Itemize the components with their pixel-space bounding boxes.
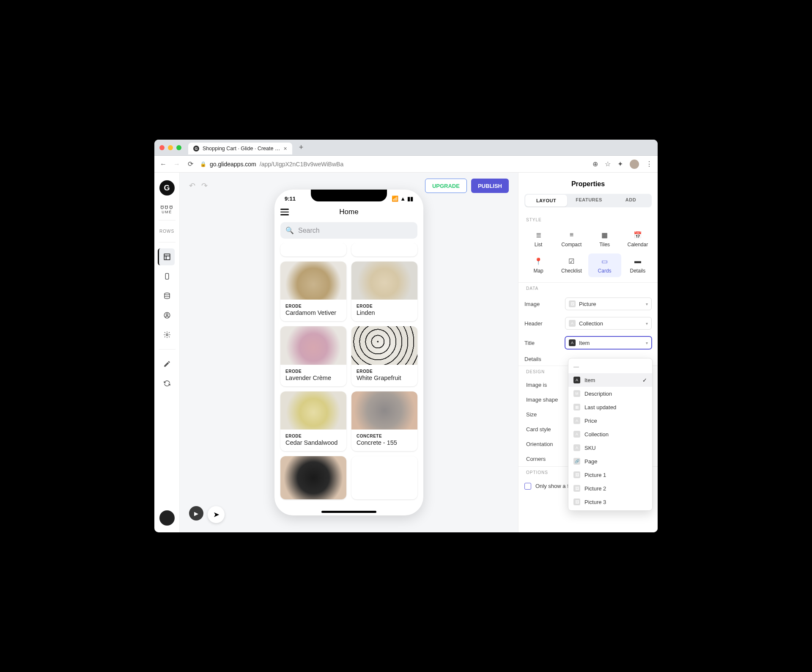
undo-icon[interactable]: ↶ [189,181,195,190]
svg-rect-1 [165,273,169,279]
upgrade-button[interactable]: UPGRADE [425,179,467,193]
card-image [280,326,346,364]
style-compact[interactable]: ≡Compact [555,227,588,251]
maximize-window[interactable] [176,145,181,150]
dropdown-item[interactable]: 🖼Picture 1 [568,468,652,482]
select-title[interactable]: A Item ▾ [565,336,652,349]
project-selector[interactable]: ʊʊʊ UMÉ [161,204,173,214]
dropdown-item[interactable]: 🖼Picture 3 [568,495,652,509]
dropdown-item[interactable]: 🖼Picture 2 [568,482,652,495]
svg-point-5 [166,334,168,336]
dropdown-item[interactable]: MDescription [568,387,652,400]
close-tab-icon[interactable]: × [283,145,287,152]
tab-layout[interactable]: LAYOUT [525,195,567,207]
label-title: Title [524,340,561,346]
back-icon[interactable]: ← [159,160,167,168]
browser-tab[interactable]: G Shopping Cart · Glide · Create … × [188,143,292,154]
forward-icon[interactable]: → [173,160,181,168]
svg-rect-0 [164,254,170,260]
style-details[interactable]: ▬Details [621,253,654,277]
rail-tab-device[interactable] [159,268,176,285]
checkbox[interactable] [524,483,531,490]
card-image [280,391,346,430]
rail-tab-data[interactable] [159,287,176,304]
rail-tab-edit[interactable] [159,355,176,372]
glide-logo[interactable]: G [159,180,175,196]
card-image [351,391,417,430]
rail-tab-users[interactable] [159,307,176,324]
profile-avatar[interactable] [630,160,639,169]
rail-tab-layout[interactable] [158,248,175,265]
product-card[interactable]: ERODECardamom Vetiver [280,262,346,321]
redo-icon[interactable]: ↷ [201,181,208,190]
cards-grid[interactable]: ERODECardamom Vetiver ERODELinden ERODEL… [274,243,423,505]
dropdown-item[interactable]: AItem✓ [568,373,652,387]
list-icon: ≣ [534,231,543,239]
svg-point-2 [165,293,170,295]
minimize-window[interactable] [168,145,173,150]
style-map[interactable]: 📍Map [522,253,555,277]
select-image[interactable]: 🖼 Picture ▾ [565,297,652,310]
reload-icon[interactable]: ⟳ [187,160,194,168]
publish-button[interactable]: PUBLISH [471,179,509,193]
url-field[interactable]: 🔒 go.glideapps.com/app/UIgpX2nC1Bv9weWiB… [200,161,587,168]
select-header[interactable]: A Collection ▾ [565,317,652,330]
dropdown-item[interactable]: APrice [568,414,652,427]
product-card[interactable]: ERODELinden [351,262,417,321]
rail-tab-settings[interactable] [159,326,176,343]
screen-title: Home [280,208,417,216]
product-card[interactable]: ERODELavender Crème [280,326,346,386]
close-window[interactable] [159,145,165,150]
dropdown-item[interactable]: ACollection [568,427,652,441]
extensions-icon[interactable]: ✦ [617,160,623,168]
address-bar: ← → ⟳ 🔒 go.glideapps.com/app/UIgpX2nC1Bv… [154,156,658,173]
panel-title: Properties [518,173,658,194]
search-icon: 🔍 [285,226,294,234]
search-input[interactable]: 🔍 Search [280,222,417,239]
canvas: ↶ ↷ UPGRADE PUBLISH 9:11 📶 ▲ ▮▮ [180,173,518,532]
product-card[interactable]: ERODECedar Sandalwood [280,391,346,451]
rail-tab-sync[interactable] [159,375,176,392]
signal-icon: 📶 [392,196,398,202]
lock-icon: 🔒 [200,161,206,167]
dropdown-item[interactable]: ▦Last updated [568,400,652,414]
style-tiles[interactable]: ▦Tiles [588,227,621,251]
dropdown-item[interactable]: 🔗Page [568,454,652,468]
card-header: ERODE [357,304,412,308]
product-card[interactable]: CONCRETEConcrete - 155 [351,391,417,451]
style-cards[interactable]: ▭Cards [588,253,621,277]
cursor-button[interactable]: ➤ [208,506,225,523]
style-checklist[interactable]: ☑Checklist [555,253,588,277]
card-header: ERODE [285,304,341,308]
kebab-icon[interactable]: ⋮ [646,160,653,168]
card-edge [280,243,346,256]
play-button[interactable]: ▶ [189,506,203,521]
product-card[interactable]: ERODEWhite Grapefruit [351,326,417,386]
titlebar: G Shopping Cart · Glide · Create … × + [154,140,658,156]
title-dropdown: — AItem✓ MDescription ▦Last updated APri… [568,358,653,511]
star-icon[interactable]: ☆ [605,160,611,168]
tab-add[interactable]: ADD [610,194,652,207]
style-list[interactable]: ≣List [522,227,555,251]
text-field-icon: A [573,377,580,383]
dropdown-item[interactable]: ASKU [568,441,652,454]
product-card[interactable] [280,456,346,499]
data-row-image: Image 🖼 Picture ▾ [518,294,658,314]
zoom-icon[interactable]: ⊕ [593,160,598,168]
tab-features[interactable]: FEATURES [568,194,610,207]
new-tab-button[interactable]: + [296,143,307,152]
card-title: Lavender Crème [285,375,341,381]
product-card[interactable] [351,456,417,499]
card-image [351,262,417,300]
user-avatar[interactable] [159,510,175,526]
url-path: /app/UIgpX2nC1Bv9weWiBwBa [260,161,343,168]
cards-icon: ▭ [601,257,609,265]
card-image [280,262,346,300]
search-placeholder: Search [298,227,320,234]
card-edge [351,243,417,256]
style-calendar[interactable]: 📅Calendar [621,227,654,251]
status-time: 9:11 [285,196,296,202]
card-title: Cedar Sandalwood [285,439,341,446]
dropdown-item-none[interactable]: — [568,360,652,373]
tiles-icon: ▦ [601,231,609,239]
